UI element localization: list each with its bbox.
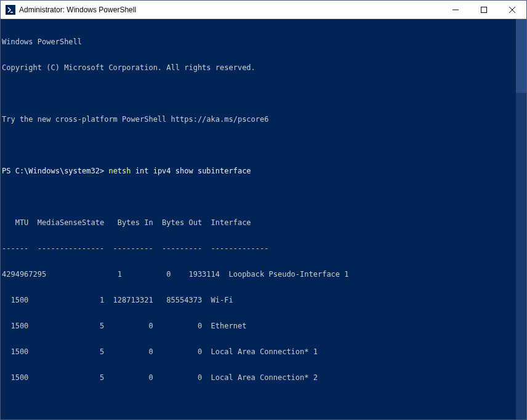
minimize-button[interactable]: [441, 1, 470, 19]
command-keyword: netsh: [108, 167, 131, 175]
table-divider: ------ --------------- --------- -------…: [2, 244, 526, 253]
table-row: 1500 1 128713321 85554373 Wi-Fi: [2, 296, 526, 304]
table-row: 1500 5 0 0 Local Area Connection* 2: [2, 373, 526, 382]
prompt-line-1: PS C:\Windows\system32> netsh int ipv4 s…: [2, 167, 526, 175]
blank: [2, 192, 526, 201]
app-window: Administrator: Windows PowerShell Window…: [0, 0, 527, 420]
header-line-3: Try the new cross-platform PowerShell ht…: [2, 115, 526, 124]
powershell-icon: [6, 5, 15, 15]
blank: [2, 141, 526, 149]
terminal-area[interactable]: Windows PowerShell Copyright (C) Microso…: [1, 19, 526, 419]
table-header: MTU MediaSenseState Bytes In Bytes Out I…: [2, 218, 526, 227]
blank: [2, 399, 526, 408]
maximize-button[interactable]: [470, 1, 498, 19]
titlebar[interactable]: Administrator: Windows PowerShell: [1, 1, 526, 19]
table-row: 1500 5 0 0 Ethernet: [2, 322, 526, 330]
header-line-1: Windows PowerShell: [2, 38, 526, 46]
scrollbar-thumb[interactable]: [516, 19, 526, 93]
table-row: 1500 5 0 0 Local Area Connection* 1: [2, 347, 526, 356]
header-line-2: Copyright (C) Microsoft Corporation. All…: [2, 63, 526, 72]
close-button[interactable]: [498, 1, 526, 19]
blank: [2, 89, 526, 98]
svg-rect-0: [481, 7, 487, 12]
command-args: int ipv4 show subinterface: [131, 167, 251, 175]
prompt-path: PS C:\Windows\system32>: [2, 167, 104, 175]
window-title: Administrator: Windows PowerShell: [19, 6, 136, 14]
scrollbar-track[interactable]: [516, 19, 526, 419]
table-row: 4294967295 1 0 1933114 Loopback Pseudo-I…: [2, 270, 526, 279]
